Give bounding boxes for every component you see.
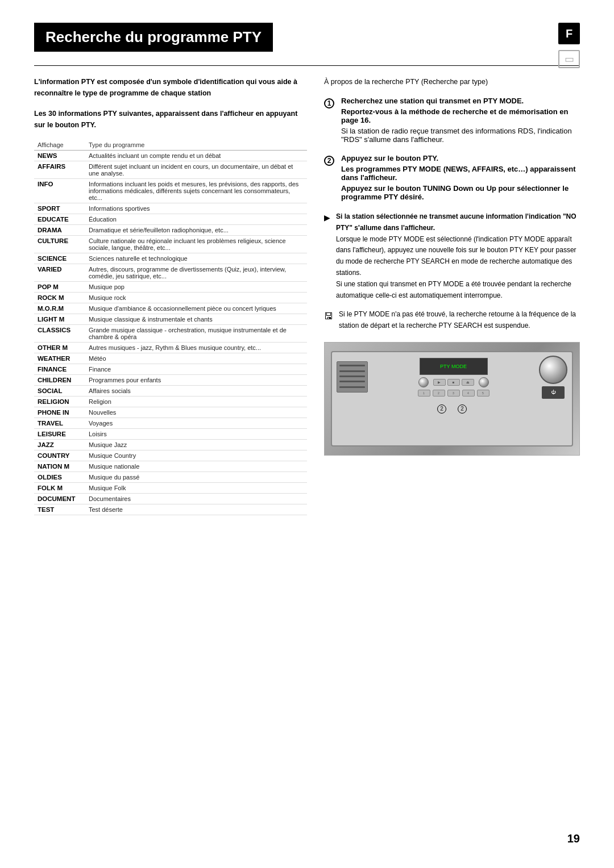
page-container: F ▭ Recherche du programme PTY L'informa… — [0, 0, 614, 868]
main-content: L'information PTY est composée d'un symb… — [34, 76, 580, 515]
right-knob-area: ⏻ — [539, 356, 567, 399]
table-cell-type: Musique Country — [85, 450, 307, 461]
table-row: INFOInformations incluant les poids et m… — [34, 179, 307, 203]
table-cell-display: CULTURE — [34, 236, 85, 253]
table-row: VARIEDAutres, discours, programme de div… — [34, 264, 307, 282]
table-cell-type: Affaires socials — [85, 386, 307, 397]
step-1: 1 Recherchez une station qui transmet en… — [324, 97, 580, 146]
table-row: JAZZMusique Jazz — [34, 440, 307, 450]
note-1-content: Si la station sélectionnée ne transmet a… — [336, 211, 580, 301]
note-2-content: Si le PTY MODE n'a pas été trouvé, la re… — [339, 309, 580, 332]
page-title: Recherche du programme PTY — [34, 23, 273, 52]
pty-table-section: Affichage Type du programme NEWSActualit… — [34, 140, 307, 515]
step-1-number: 1 — [324, 97, 335, 146]
step-2-line3: Appuyez sur le bouton TUNING Down ou Up … — [341, 184, 569, 201]
table-cell-display: JAZZ — [34, 440, 85, 450]
btn-3: ⏏ — [462, 379, 474, 386]
table-row: EDUCATEÉducation — [34, 214, 307, 225]
table-cell-type: Documentaires — [85, 494, 307, 504]
step-2-circle: 2 — [324, 156, 334, 166]
table-row: COUNTRYMusique Country — [34, 450, 307, 461]
table-row: SPORTInformations sportives — [34, 203, 307, 214]
table-cell-display: TEST — [34, 504, 85, 515]
table-row: M.O.R.MMusique d'ambiance & occasionnell… — [34, 303, 307, 314]
table-cell-type: Musique pop — [85, 282, 307, 293]
preset-1: 1 — [418, 390, 430, 397]
table-cell-display: OLDIES — [34, 472, 85, 483]
title-divider — [34, 65, 580, 66]
note-1: ▶ Si la station sélectionnée ne transmet… — [324, 211, 580, 301]
table-cell-type: Actualités incluant un compte rendu et u… — [85, 151, 307, 161]
table-cell-type: Météo — [85, 353, 307, 364]
volume-knob — [539, 356, 567, 384]
table-row: AFFAIRSDifférent sujet incluant un incid… — [34, 161, 307, 179]
table-cell-type: Voyages — [85, 418, 307, 429]
btn-1: ▶ — [433, 379, 446, 386]
table-cell-display: NATION M — [34, 461, 85, 472]
table-row: NATION MMusique nationale — [34, 461, 307, 472]
step-1-line3: Si la station de radio reçue transmet de… — [341, 127, 580, 144]
table-cell-type: Musique d'ambiance & occasionnellement p… — [85, 303, 307, 314]
tape-icon: ▭ — [558, 50, 580, 68]
preset-buttons: 1 2 3 4 5 — [418, 390, 489, 397]
intro-line2: Les 30 informations PTY suivantes, appar… — [34, 108, 307, 131]
device-sim: PTY MODE ▶ ■ ⏏ — [331, 351, 573, 446]
table-cell-type: Musique du passé — [85, 472, 307, 483]
col-header-display: Affichage — [34, 140, 85, 151]
table-row: RELIGIONReligion — [34, 397, 307, 407]
table-cell-display: OTHER M — [34, 343, 85, 353]
table-row: PHONE INNouvelles — [34, 407, 307, 418]
table-cell-display: SPORT — [34, 203, 85, 214]
table-cell-type: Finance — [85, 364, 307, 375]
note-2: 🖫 Si le PTY MODE n'a pas été trouvé, la … — [324, 309, 580, 332]
table-cell-type: Autres, discours, programme de divertiss… — [85, 264, 307, 282]
table-cell-type: Loisirs — [85, 429, 307, 440]
label-2-right: 2 — [458, 404, 467, 414]
table-cell-display: FINANCE — [34, 364, 85, 375]
table-row: TRAVELVoyages — [34, 418, 307, 429]
table-cell-type: Nouvelles — [85, 407, 307, 418]
table-cell-display: FOLK M — [34, 483, 85, 494]
intro-text: L'information PTY est composée d'un symb… — [34, 76, 307, 99]
device-labels: 2 2 — [337, 404, 567, 414]
table-cell-display: M.O.R.M — [34, 303, 85, 314]
step-2-content: Appuyez sur le bouton PTY. Les programme… — [341, 154, 580, 203]
table-cell-type: Éducation — [85, 214, 307, 225]
table-cell-type: Sciences naturelle et technologique — [85, 253, 307, 264]
table-cell-display: WEATHER — [34, 353, 85, 364]
table-row: CULTURECulture nationale ou régionale in… — [34, 236, 307, 253]
knob-small-2 — [479, 377, 489, 387]
pty-table: Affichage Type du programme NEWSActualit… — [34, 140, 307, 515]
table-row: OLDIESMusique du passé — [34, 472, 307, 483]
btn-2: ■ — [447, 379, 460, 386]
power-btn: ⏻ — [542, 386, 565, 399]
table-cell-display: SOCIAL — [34, 386, 85, 397]
table-cell-type: Différent sujet incluant un incident en … — [85, 161, 307, 179]
table-cell-type: Programmes pour enfants — [85, 375, 307, 386]
center-controls: PTY MODE ▶ ■ ⏏ — [371, 358, 536, 397]
intro-right: À propos de la recherche PTY (Recherche … — [324, 76, 580, 87]
table-cell-type: Autres musiques - jazz, Rythm & Blues mu… — [85, 343, 307, 353]
device-screen: PTY MODE — [420, 358, 488, 375]
page-number: 19 — [567, 832, 580, 845]
table-row: WEATHERMétéo — [34, 353, 307, 364]
table-cell-display: CLASSICS — [34, 325, 85, 343]
step-1-circle: 1 — [324, 98, 334, 108]
table-cell-type: Musique classique & instrumentale et cha… — [85, 314, 307, 325]
note-1-line1: Si la station sélectionnée ne transmet a… — [336, 212, 576, 232]
step-1-line1: Recherchez une station qui transmet en P… — [341, 97, 524, 105]
table-row: DOCUMENTDocumentaires — [34, 494, 307, 504]
table-cell-display: LEISURE — [34, 429, 85, 440]
table-cell-type: Musique Folk — [85, 483, 307, 494]
table-row: NEWSActualités incluant un compte rendu … — [34, 151, 307, 161]
device-top: PTY MODE ▶ ■ ⏏ — [337, 356, 567, 399]
table-cell-display: LIGHT M — [34, 314, 85, 325]
table-cell-display: COUNTRY — [34, 450, 85, 461]
table-row: ROCK MMusique rock — [34, 293, 307, 303]
table-cell-type: Musique Jazz — [85, 440, 307, 450]
preset-2: 2 — [433, 390, 445, 397]
table-row: CHILDRENProgrammes pour enfants — [34, 375, 307, 386]
table-row: LIGHT MMusique classique & instrumentale… — [34, 314, 307, 325]
table-cell-type: Dramatique et série/feuilleton radiophon… — [85, 225, 307, 236]
note-1-line3: Si une station qui transmet en PTY MODE … — [336, 279, 580, 302]
